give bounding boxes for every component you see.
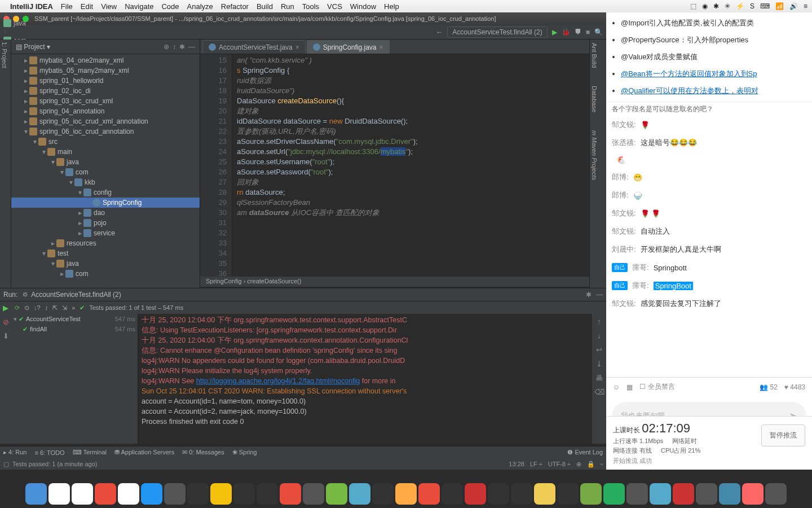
test-node[interactable]: ✔findAll547 ms <box>11 324 138 334</box>
mute-checkbox[interactable]: ☐ 全员禁言 <box>639 382 674 392</box>
menubar-status-icon[interactable]: 🔊 <box>789 2 798 10</box>
collapse-icon[interactable]: ⇲ <box>62 304 67 312</box>
editor-breadcrumb[interactable]: SpringConfig › createDataSource() <box>200 277 589 287</box>
menubar-status-icon[interactable]: ◉ <box>702 2 708 10</box>
tree-node[interactable]: ▸mybatis_04_one2many_xml <box>11 55 200 65</box>
menubar-status-icon[interactable]: ⚡ <box>736 2 744 10</box>
tree-node[interactable]: ▸service <box>11 228 200 238</box>
tree-node[interactable]: ▾java <box>11 157 200 167</box>
menubar-status-icon[interactable]: ✳ <box>725 2 730 10</box>
dock-app-icon[interactable] <box>72 483 93 505</box>
dock-app-icon[interactable] <box>742 483 764 505</box>
tree-node[interactable]: ▾src <box>11 137 200 147</box>
menubar-status-icon[interactable]: 📶 <box>775 2 784 10</box>
print-icon[interactable]: 🖶 <box>595 374 603 382</box>
tree-node[interactable]: ▾java <box>11 259 200 269</box>
menu-code[interactable]: Code <box>161 2 179 11</box>
tree-node[interactable]: ▾spring_06_ioc_crud_annotation <box>11 126 200 137</box>
run-button[interactable]: ▶ <box>552 28 557 36</box>
outline-item[interactable]: @Import引入其他配置类,被引入的配置类 <box>621 15 806 32</box>
menu-refactor[interactable]: Refactor <box>221 2 249 11</box>
dock-app-icon[interactable] <box>95 483 116 505</box>
expand-icon[interactable]: ⇱ <box>52 304 58 312</box>
dump-icon[interactable]: ⬇ <box>3 332 9 340</box>
emoji-icon[interactable]: ☺ <box>613 383 620 391</box>
outline-item[interactable]: @Value对成员变量赋值 <box>621 49 806 65</box>
sort-icon[interactable]: ↓? <box>34 304 41 311</box>
dock-app-icon[interactable] <box>164 483 186 505</box>
bottom-tab[interactable]: ✉ 0: Messages <box>182 449 224 456</box>
tree-node[interactable]: ▸spring_04_annotation <box>11 106 200 116</box>
dock-app-icon[interactable] <box>465 483 486 505</box>
menubar-status-icon[interactable]: ⌨ <box>760 2 770 10</box>
up-icon[interactable]: ↑ <box>597 317 601 326</box>
tree-node[interactable]: ▸com <box>11 269 200 279</box>
dock-app-icon[interactable] <box>534 483 555 505</box>
hide-icon[interactable]: — <box>188 43 195 51</box>
menubar-status-icon[interactable]: ≡ <box>804 2 807 10</box>
status-item[interactable]: ▫ <box>601 461 603 468</box>
dock-app-icon[interactable] <box>673 483 694 505</box>
test-node[interactable]: ▾✔AccountServiceTest547 ms <box>11 314 138 324</box>
bottom-tab[interactable]: ≡ 6: TODO <box>34 449 64 456</box>
run-config-dropdown[interactable]: AccountServiceTest.findAll (2) <box>447 27 547 38</box>
menu-help[interactable]: Help <box>384 2 399 11</box>
dock-app-icon[interactable] <box>626 483 648 505</box>
project-dropdown[interactable]: ▤ Project ▾ <box>16 43 50 51</box>
debug-button[interactable]: 🐞 <box>562 28 570 36</box>
dock-app-icon[interactable] <box>442 483 463 505</box>
menu-view[interactable]: View <box>101 2 117 11</box>
console-output[interactable]: 十月 25, 2020 12:04:00 下午 org.springframew… <box>138 314 592 444</box>
settings-icon[interactable]: ✱ <box>179 43 185 51</box>
status-item[interactable]: 13:28 <box>509 461 524 468</box>
down-icon[interactable]: ↓ <box>597 331 601 340</box>
breadcrumb-part[interactable]: java <box>3 19 108 27</box>
dock-app-icon[interactable] <box>303 483 324 505</box>
tree-node[interactable]: SpringConfig <box>11 198 200 208</box>
dock-app-icon[interactable] <box>48 483 70 505</box>
event-log[interactable]: ❶ Event Log <box>567 449 603 456</box>
menu-analyze[interactable]: Analyze <box>187 2 213 11</box>
dock-app-icon[interactable] <box>118 483 139 505</box>
status-item[interactable]: 🔒 <box>587 461 595 468</box>
tree-node[interactable]: ▾kkb <box>11 177 200 187</box>
rerun-button[interactable]: ▶ <box>3 304 8 312</box>
dock-app-icon[interactable] <box>141 483 162 505</box>
menu-tools[interactable]: Tools <box>302 2 319 11</box>
app-name[interactable]: IntelliJ IDEA <box>10 2 53 11</box>
tree-node[interactable]: ▸spring_02_ioc_di <box>11 86 200 96</box>
dock-app-icon[interactable] <box>765 483 787 505</box>
dock-app-icon[interactable] <box>650 483 671 505</box>
tree-node[interactable]: ▸dao <box>11 208 200 218</box>
bottom-tab[interactable]: ▸ 4: Run <box>3 449 27 456</box>
menubar-status-icon[interactable]: ⬚ <box>690 2 696 10</box>
stop-button[interactable]: ■ <box>586 28 590 36</box>
menu-navigate[interactable]: Navigate <box>125 2 153 11</box>
coverage-button[interactable]: ⛊ <box>575 28 581 36</box>
dock-app-icon[interactable] <box>210 483 232 505</box>
tree-node[interactable]: ▸pojo <box>11 218 200 228</box>
menu-build[interactable]: Build <box>257 2 273 11</box>
status-item[interactable]: ⊕ <box>576 461 581 468</box>
stop-icon[interactable]: ⊘ <box>3 318 9 326</box>
pause-stream-button[interactable]: 暂停推流 <box>761 424 805 446</box>
tree-node[interactable]: ▾test <box>11 248 200 259</box>
dock-app-icon[interactable] <box>257 483 278 505</box>
dock-app-icon[interactable] <box>233 483 255 505</box>
right-tool-stripe[interactable]: Ant Build Database m Maven Projects <box>589 40 606 291</box>
dock-app-icon[interactable] <box>511 483 532 505</box>
status-item[interactable]: UTF-8 ÷ <box>548 461 571 468</box>
dock-app-icon[interactable] <box>372 483 394 505</box>
tree-node[interactable]: ▸resources <box>11 238 200 248</box>
menu-run[interactable]: Run <box>281 2 294 11</box>
dock-app-icon[interactable] <box>25 483 47 505</box>
menubar-status-icon[interactable]: ✱ <box>713 2 719 10</box>
image-icon[interactable]: ▦ <box>626 383 633 391</box>
dock-app-icon[interactable] <box>488 483 509 505</box>
status-item[interactable]: LF ÷ <box>530 461 542 468</box>
tree-node[interactable]: ▾main <box>11 147 200 157</box>
outline-item[interactable]: @Bean将一个方法的返回值对象加入到Sp <box>621 65 806 82</box>
dock-app-icon[interactable] <box>280 483 301 505</box>
dock-app-icon[interactable] <box>326 483 347 505</box>
scroll-icon[interactable]: ↕ <box>173 43 176 51</box>
